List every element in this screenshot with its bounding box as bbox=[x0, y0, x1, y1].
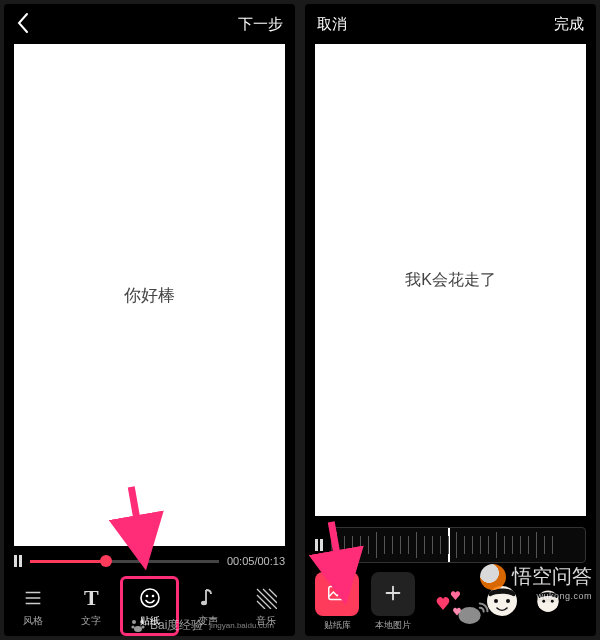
pause-icon[interactable] bbox=[315, 539, 323, 551]
note-icon bbox=[195, 585, 221, 611]
svg-point-2 bbox=[151, 594, 154, 597]
back-icon[interactable] bbox=[16, 12, 30, 37]
lib-label: 贴纸库 bbox=[324, 619, 351, 632]
svg-rect-4 bbox=[329, 587, 346, 600]
sparkle-icon bbox=[20, 585, 46, 611]
svg-point-6 bbox=[494, 599, 498, 603]
topbar-left: 下一步 bbox=[4, 4, 295, 44]
cancel-button[interactable]: 取消 bbox=[317, 15, 347, 34]
svg-point-7 bbox=[506, 599, 510, 603]
text-icon: T bbox=[78, 585, 104, 611]
time-display: 00:05/00:13 bbox=[227, 555, 285, 567]
tab-label: 文字 bbox=[81, 614, 101, 628]
lines-icon bbox=[253, 585, 279, 611]
progress-knob[interactable] bbox=[100, 555, 112, 567]
scrub-row bbox=[305, 522, 596, 568]
svg-point-3 bbox=[201, 600, 207, 604]
phone-right: 取消 完成 我K会花走了 贴纸库 bbox=[305, 4, 596, 636]
topbar-right: 取消 完成 bbox=[305, 4, 596, 44]
tab-text[interactable]: T 文字 bbox=[62, 576, 120, 636]
svg-point-16 bbox=[459, 607, 481, 624]
canvas-text-right: 我K会花走了 bbox=[405, 270, 496, 291]
svg-point-15 bbox=[134, 626, 142, 632]
paw-icon bbox=[130, 618, 146, 634]
video-canvas-left[interactable]: 你好棒 bbox=[14, 44, 285, 546]
svg-point-1 bbox=[145, 594, 148, 597]
svg-point-14 bbox=[141, 625, 144, 628]
image-icon bbox=[326, 582, 348, 606]
progress-track[interactable] bbox=[30, 560, 219, 563]
phone-left: 下一步 你好棒 00:05/00:13 风格 bbox=[4, 4, 295, 636]
svg-point-13 bbox=[131, 625, 134, 628]
video-canvas-right[interactable]: 我K会花走了 bbox=[315, 44, 586, 516]
wukong-logo-icon bbox=[480, 564, 506, 590]
svg-point-11 bbox=[132, 620, 136, 624]
tab-style[interactable]: 风格 bbox=[4, 576, 62, 636]
lib-label: 本地图片 bbox=[375, 619, 411, 632]
timeline-scrubber[interactable] bbox=[331, 527, 586, 563]
svg-point-12 bbox=[140, 620, 144, 624]
next-button[interactable]: 下一步 bbox=[238, 15, 283, 34]
done-button[interactable]: 完成 bbox=[554, 15, 584, 34]
local-image-button[interactable]: 本地图片 bbox=[369, 572, 417, 632]
wukong-watermark: 悟空问答 wukong.com bbox=[480, 563, 592, 590]
weibo-icon bbox=[456, 598, 490, 626]
baidu-watermark: Bai度经验 jingyan.baidu.com bbox=[130, 617, 274, 634]
plus-icon bbox=[382, 582, 404, 606]
weibo-watermark bbox=[456, 598, 490, 630]
canvas-text-left: 你好棒 bbox=[124, 284, 175, 307]
smile-icon bbox=[137, 585, 163, 611]
tab-label: 风格 bbox=[23, 614, 43, 628]
progress-row: 00:05/00:13 bbox=[4, 546, 295, 576]
pause-icon[interactable] bbox=[14, 555, 22, 567]
sticker-library-button[interactable]: 贴纸库 bbox=[313, 572, 361, 632]
svg-point-0 bbox=[141, 589, 159, 607]
